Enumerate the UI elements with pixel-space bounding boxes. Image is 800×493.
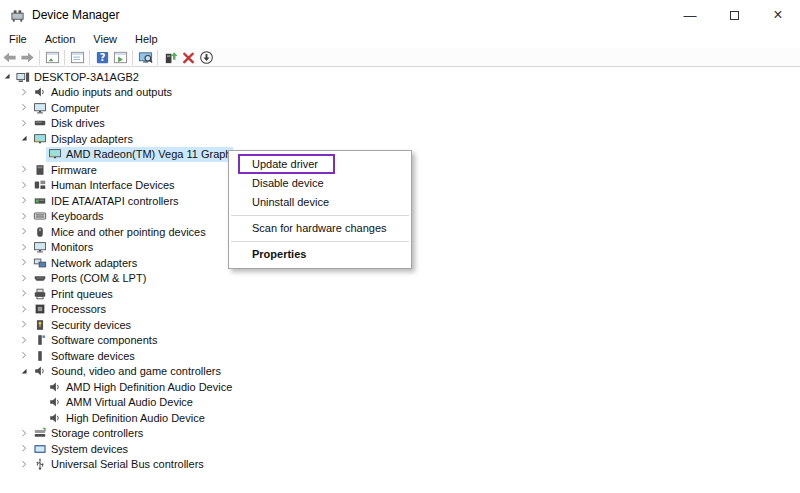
chevron-right-icon[interactable] xyxy=(19,179,31,191)
tree-item-body[interactable]: Universal Serial Bus controllers xyxy=(31,457,206,473)
properties-window-icon[interactable] xyxy=(68,49,86,66)
minimize-button[interactable]: — xyxy=(668,0,712,30)
chevron-right-icon[interactable] xyxy=(19,288,31,300)
chevron-right-icon[interactable] xyxy=(19,272,31,284)
forward-arrow-icon[interactable] xyxy=(18,49,36,66)
title-bar: Device Manager — × xyxy=(0,0,800,30)
uninstall-icon[interactable] xyxy=(179,49,197,66)
tree-item[interactable]: Computer xyxy=(0,100,800,116)
tree-item[interactable]: Display adapters xyxy=(0,131,800,147)
toolbar-separator xyxy=(132,50,133,65)
chevron-right-icon[interactable] xyxy=(19,102,31,114)
context-menu-item-disable-device[interactable]: Disable device xyxy=(229,174,411,193)
context-menu-item-scan-for-hardware-changes[interactable]: Scan for hardware changes xyxy=(229,219,411,238)
tree-item[interactable]: Security devices xyxy=(0,317,800,333)
chevron-right-icon[interactable] xyxy=(19,164,31,176)
tree-item-body[interactable]: Software components xyxy=(31,333,159,349)
tree-item[interactable]: Audio inputs and outputs xyxy=(0,85,800,101)
chevron-right-icon[interactable] xyxy=(19,210,31,222)
tree-item-body[interactable]: Firmware xyxy=(31,162,99,178)
show-window-icon[interactable] xyxy=(111,49,129,66)
tree-item[interactable]: Disk drives xyxy=(0,116,800,132)
selected-tree-item-body[interactable]: AMD Radeon(TM) Vega 11 Graph xyxy=(46,147,233,163)
tree-item-body[interactable]: Display adapters xyxy=(31,131,135,147)
context-menu-item-update-driver[interactable]: Update driver xyxy=(229,155,411,174)
tree-item-body[interactable]: Print queues xyxy=(31,286,115,302)
tree-item-body[interactable]: Ports (COM & LPT) xyxy=(31,271,148,287)
tree-item-label: Software components xyxy=(51,334,157,346)
close-button[interactable]: × xyxy=(756,0,800,30)
tree-item-label: Ports (COM & LPT) xyxy=(51,272,146,284)
tree-item-body[interactable]: System devices xyxy=(31,441,130,457)
chevron-right-icon[interactable] xyxy=(19,241,31,253)
chevron-right-icon[interactable] xyxy=(19,427,31,439)
menu-action[interactable]: Action xyxy=(36,31,85,47)
tree-item-body[interactable]: Storage controllers xyxy=(31,426,145,442)
tree-item-body[interactable]: Disk drives xyxy=(31,116,107,132)
tree-item[interactable]: AMM Virtual Audio Device xyxy=(0,395,800,411)
menu-separator xyxy=(231,215,409,216)
tree-item[interactable]: Software devices xyxy=(0,348,800,364)
tree-item-label: Storage controllers xyxy=(51,427,143,439)
console-window-icon[interactable] xyxy=(43,49,61,66)
chevron-right-icon[interactable] xyxy=(19,443,31,455)
tree-item-body[interactable]: Processors xyxy=(31,302,108,318)
tree-item[interactable]: DESKTOP-3A1AGB2 xyxy=(0,69,800,85)
tree-item-body[interactable]: Sound, video and game controllers xyxy=(31,364,223,380)
tree-item-label: Keyboards xyxy=(51,210,104,222)
chevron-right-icon[interactable] xyxy=(19,350,31,362)
chevron-right-icon[interactable] xyxy=(19,257,31,269)
tree-item[interactable]: Software components xyxy=(0,333,800,349)
tree-item-body[interactable]: Human Interface Devices xyxy=(31,178,177,194)
tree-item[interactable]: System devices xyxy=(0,441,800,457)
chevron-down-icon[interactable] xyxy=(19,133,31,145)
tree-item-body[interactable]: Audio inputs and outputs xyxy=(31,85,174,101)
tree-item-body[interactable]: Computer xyxy=(31,100,101,116)
tree-item-body[interactable]: Software devices xyxy=(31,348,137,364)
scan-hardware-icon[interactable] xyxy=(136,49,154,66)
tree-item[interactable]: Sound, video and game controllers xyxy=(0,364,800,380)
chevron-down-icon[interactable] xyxy=(2,71,14,83)
tree-item[interactable]: Ports (COM & LPT) xyxy=(0,271,800,287)
printer-icon xyxy=(33,286,48,301)
chevron-right-icon[interactable] xyxy=(19,226,31,238)
tree-item[interactable]: Print queues xyxy=(0,286,800,302)
tree-item[interactable]: AMD High Definition Audio Device xyxy=(0,379,800,395)
disable-icon[interactable] xyxy=(197,49,215,66)
tree-item-body[interactable]: AMM Virtual Audio Device xyxy=(46,395,195,411)
tree-item-body[interactable]: Monitors xyxy=(31,240,95,256)
menu-file[interactable]: File xyxy=(0,31,36,47)
system-icon xyxy=(33,441,48,456)
chevron-right-icon[interactable] xyxy=(19,334,31,346)
tree-item[interactable]: High Definition Audio Device xyxy=(0,410,800,426)
tree-item-body[interactable]: Network adapters xyxy=(31,255,139,271)
update-driver-icon[interactable] xyxy=(161,49,179,66)
menu-help[interactable]: Help xyxy=(126,31,167,47)
tree-item-body[interactable]: AMD High Definition Audio Device xyxy=(46,379,234,395)
tree-item-body[interactable]: Security devices xyxy=(31,317,133,333)
tree-item-body[interactable]: High Definition Audio Device xyxy=(46,410,207,426)
tree-item[interactable]: Storage controllers xyxy=(0,426,800,442)
chevron-down-icon[interactable] xyxy=(19,365,31,377)
chevron-right-icon[interactable] xyxy=(19,458,31,470)
keyboard-icon xyxy=(33,209,48,224)
tree-item-body[interactable]: Keyboards xyxy=(31,209,106,225)
tree-item[interactable]: Universal Serial Bus controllers xyxy=(0,457,800,473)
context-menu-item-uninstall-device[interactable]: Uninstall device xyxy=(229,193,411,212)
tree-item-body[interactable]: Mice and other pointing devices xyxy=(31,224,208,240)
maximize-button[interactable] xyxy=(712,0,756,30)
chevron-right-icon[interactable] xyxy=(19,319,31,331)
context-menu-item-properties[interactable]: Properties xyxy=(229,245,411,264)
tree-item-body[interactable]: IDE ATA/ATAPI controllers xyxy=(31,193,181,209)
tree-item-body[interactable]: DESKTOP-3A1AGB2 xyxy=(14,69,141,85)
menu-view[interactable]: View xyxy=(84,31,126,47)
help-icon[interactable]: ? xyxy=(93,49,111,66)
toolbar-separator xyxy=(64,50,65,65)
tree-item-label: IDE ATA/ATAPI controllers xyxy=(51,195,179,207)
chevron-right-icon[interactable] xyxy=(19,195,31,207)
tree-item[interactable]: Processors xyxy=(0,302,800,318)
chevron-right-icon[interactable] xyxy=(19,117,31,129)
chevron-right-icon[interactable] xyxy=(19,303,31,315)
back-arrow-icon[interactable] xyxy=(0,49,18,66)
chevron-right-icon[interactable] xyxy=(19,86,31,98)
